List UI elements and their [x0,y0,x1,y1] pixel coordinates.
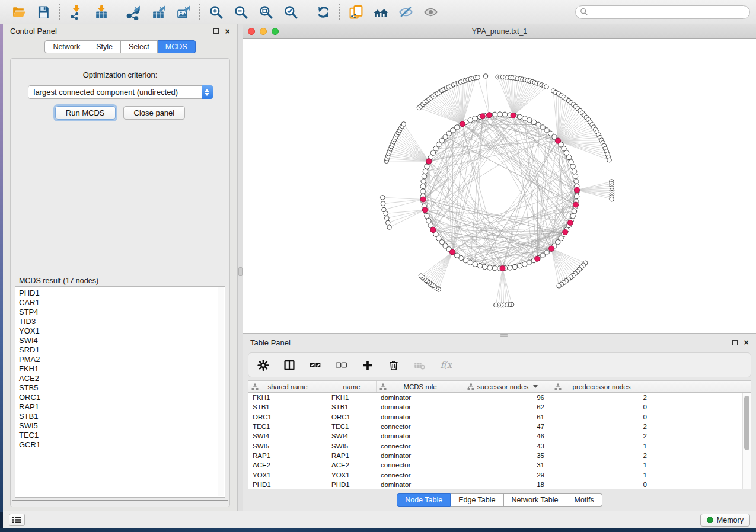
table-row[interactable]: ACE2ACE2connector311 [248,460,751,470]
table-cell[interactable]: PHD1 [327,481,377,488]
graph-ring-node[interactable] [425,214,429,219]
table-cell[interactable]: SWI4 [327,432,377,440]
table-cell[interactable]: 1 [551,472,652,479]
graph-mcds-node[interactable] [563,229,568,235]
graph-ring-node[interactable] [497,112,502,117]
graph-ring-node[interactable] [572,209,576,213]
hide-selected-icon[interactable] [398,4,413,20]
graph-edge[interactable] [513,84,537,116]
mcds-result-item[interactable]: PHD1 [19,289,225,298]
graph-mcds-node[interactable] [535,256,540,261]
mcds-result-item[interactable]: RAP1 [19,402,225,412]
graph-edge[interactable] [425,210,571,220]
table-cell[interactable]: 2 [551,452,652,459]
graph-mcds-node[interactable] [573,202,579,207]
graph-leaf-node[interactable] [610,197,614,201]
graph-ring-node[interactable] [573,174,578,178]
copy-network-icon[interactable] [348,4,363,20]
graph-ring-node[interactable] [425,164,429,169]
mcds-result-item[interactable]: TID3 [19,317,225,326]
search-input[interactable] [575,5,750,19]
mcds-list-scrollbar[interactable] [218,287,224,496]
graph-edge[interactable] [431,252,452,284]
graph-mcds-node[interactable] [420,197,426,202]
table-cell[interactable]: ORC1 [248,414,327,421]
graph-edge[interactable] [387,210,425,218]
table-cell[interactable]: 2 [551,394,652,401]
graph-edge[interactable] [503,268,512,305]
table-cell[interactable]: 29 [464,472,551,479]
zoom-fit-icon[interactable] [258,4,273,20]
table-cell[interactable]: 35 [464,452,551,459]
graph-edge[interactable] [388,210,425,222]
splitter-handle-icon[interactable] [238,267,243,276]
table-cell[interactable]: TEC1 [327,423,377,430]
table-cell[interactable]: PHD1 [248,481,327,488]
graph-ring-node[interactable] [522,262,527,267]
graph-ring-node[interactable] [487,265,492,270]
graph-edge[interactable] [462,79,471,124]
table-row[interactable]: STB1STB1dominator620 [248,402,751,412]
graph-ring-node[interactable] [420,189,425,194]
graph-mcds-node[interactable] [449,249,455,255]
graph-ring-node[interactable] [492,112,497,117]
table-row[interactable]: YOX1YOX1connector291 [248,470,751,479]
graph-mcds-node[interactable] [500,265,505,271]
table-cell[interactable]: ORC1 [327,414,377,421]
table-cell[interactable]: dominator [377,394,464,401]
mcds-result-item[interactable]: SWI4 [19,336,225,345]
column-header-successor-nodes[interactable]: successor nodes [464,381,551,392]
graph-leaf-node[interactable] [385,220,390,225]
table-cell[interactable]: dominator [377,403,464,411]
save-session-icon[interactable] [36,4,51,20]
table-row[interactable]: TEC1TEC1connector472 [248,422,751,431]
graph-mcds-node[interactable] [480,114,485,119]
network-home-icon[interactable] [373,4,388,20]
graph-edge[interactable] [433,252,452,286]
zoom-out-icon[interactable] [233,4,248,20]
table-cell[interactable]: RAP1 [327,452,377,459]
create-column-icon[interactable] [361,357,374,373]
table-cell[interactable]: connector [377,423,464,430]
graph-edge[interactable] [505,77,513,116]
graph-ring-node[interactable] [422,174,426,178]
graph-leaf-node[interactable] [381,201,385,206]
table-cell[interactable]: 2 [551,423,652,430]
mcds-result-item[interactable]: STB1 [19,412,225,421]
table-cell[interactable]: dominator [377,414,464,421]
close-panel-icon[interactable]: × [225,28,230,34]
graph-edge[interactable] [445,137,452,252]
mcds-result-item[interactable]: GCR1 [19,440,225,450]
table-cell[interactable]: FKH1 [248,394,327,401]
graph-ring-node[interactable] [522,116,527,121]
graph-ring-node[interactable] [570,214,575,219]
table-row[interactable]: ORC1ORC1dominator610 [248,412,751,422]
mcds-result-item[interactable]: SWI5 [19,421,225,431]
graph-ring-node[interactable] [508,265,512,270]
table-cell[interactable]: SWI5 [248,443,327,450]
tab-style[interactable]: Style [88,40,121,53]
table-cell[interactable]: dominator [377,481,464,488]
table-cell[interactable]: 61 [464,414,551,421]
graph-edge[interactable] [513,85,542,116]
table-scrollbar[interactable] [742,393,751,489]
table-cell[interactable]: SWI4 [248,432,327,440]
graph-mcds-node[interactable] [511,113,516,118]
mcds-result-item[interactable]: YOX1 [19,326,225,336]
table-settings-icon[interactable] [257,357,270,373]
apply-preferred-layout-icon[interactable] [315,4,331,20]
horizontal-splitter-handle[interactable] [500,334,508,337]
table-cell[interactable]: 1 [551,443,652,450]
open-session-icon[interactable] [11,4,26,20]
table-cell[interactable]: YOX1 [248,472,327,479]
table-cell[interactable]: 43 [464,443,551,450]
table-cell[interactable]: 62 [464,403,551,411]
column-header-predecessor-nodes[interactable]: predecessor nodes [551,381,652,392]
table-cell[interactable]: 2 [551,432,652,440]
graph-mcds-node[interactable] [426,159,432,164]
select-all-columns-icon[interactable] [309,357,322,373]
graph-ring-node[interactable] [569,159,573,164]
graph-leaf-node[interactable] [483,74,488,79]
table-cell[interactable]: 18 [464,481,551,488]
graph-mcds-node[interactable] [486,113,492,118]
